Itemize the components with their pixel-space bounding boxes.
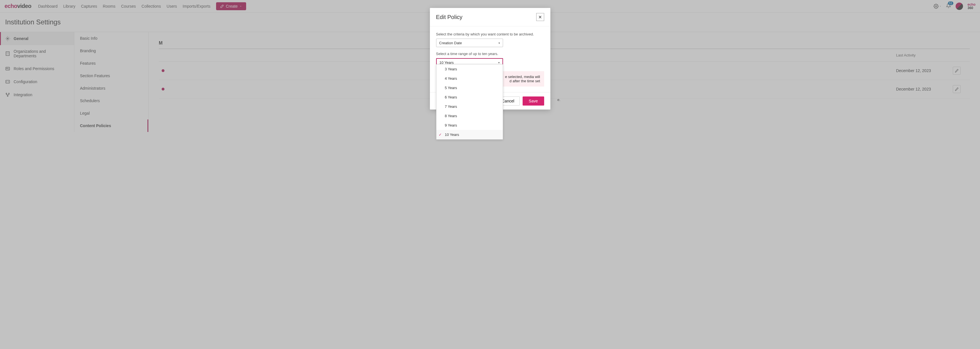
modal-title: Edit Policy [436, 14, 463, 21]
dropdown-option-3-years[interactable]: 3 Years [436, 64, 503, 74]
dropdown-option-9-years[interactable]: 9 Years [436, 121, 503, 130]
save-button[interactable]: Save [523, 96, 544, 105]
chevron-down-icon: ▾ [498, 41, 500, 45]
criteria-select[interactable]: Creation Date ▾ [436, 38, 503, 47]
dropdown-option-10-years[interactable]: ✓ 10 Years [436, 130, 503, 132]
range-dropdown: 3 Years 4 Years 5 Years 6 Years 7 Years … [436, 64, 503, 132]
footnote-fragment: e. [557, 97, 561, 102]
close-button[interactable]: ✕ [536, 13, 544, 21]
dropdown-option-7-years[interactable]: 7 Years [436, 102, 503, 111]
dropdown-option-5-years[interactable]: 5 Years [436, 83, 503, 92]
close-icon: ✕ [538, 14, 542, 20]
dropdown-option-6-years[interactable]: 6 Years [436, 92, 503, 102]
dropdown-option-8-years[interactable]: 8 Years [436, 111, 503, 121]
criteria-value: Creation Date [439, 41, 462, 45]
range-label: Select a time range of up to ten years. [436, 52, 544, 56]
modal-overlay: Edit Policy ✕ Select the criteria by whi… [0, 0, 980, 132]
edit-policy-modal: Edit Policy ✕ Select the criteria by whi… [430, 8, 550, 110]
criteria-label: Select the criteria by which you want co… [436, 32, 544, 36]
chevron-down-icon: ▾ [498, 61, 500, 64]
modal-header: Edit Policy ✕ [430, 8, 550, 26]
dropdown-option-4-years[interactable]: 4 Years [436, 74, 503, 83]
